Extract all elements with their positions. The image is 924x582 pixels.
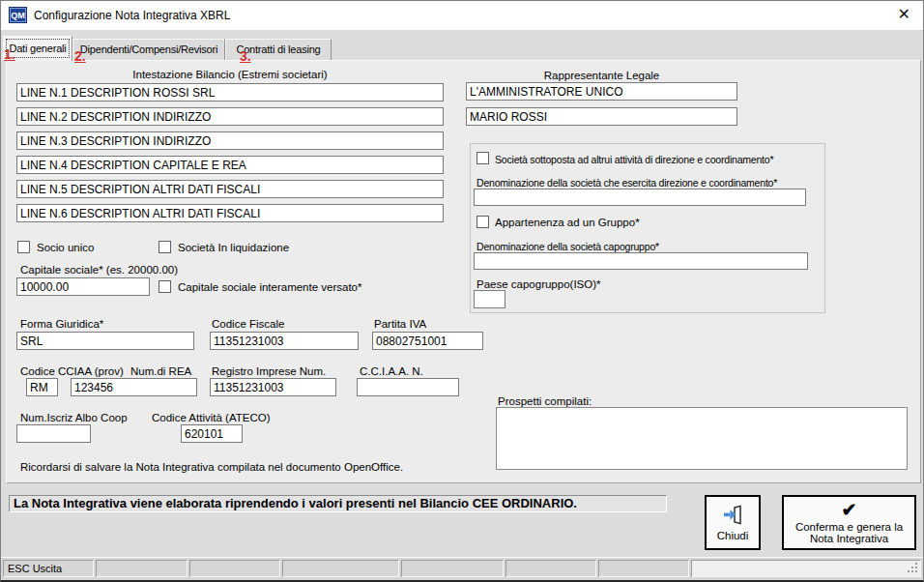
forma-giuridica-input[interactable] bbox=[16, 332, 194, 350]
denominazione-capogruppo-label: Denominazione della società capogruppo* bbox=[476, 241, 659, 252]
info-banner: La Nota Integrativa viene elaborata ripr… bbox=[9, 495, 667, 512]
status-cell-7 bbox=[598, 560, 689, 577]
intestazione-line-5-input[interactable] bbox=[16, 180, 444, 198]
intestazione-line-1-input[interactable] bbox=[16, 83, 444, 102]
societa-in-liquidazione-checkbox[interactable] bbox=[159, 241, 171, 253]
socio-unico-checkbox[interactable] bbox=[17, 241, 30, 253]
intestazione-line-6-input[interactable] bbox=[16, 204, 444, 222]
societa-in-liquidazione-label[interactable]: Società In liquidazione bbox=[178, 242, 289, 253]
status-bar: ESC Uscita bbox=[1, 557, 923, 580]
status-cell-esc: ESC Uscita bbox=[3, 560, 94, 577]
intestazione-bilancio-label: Intestazione Bilancio (Estremi societari… bbox=[16, 69, 444, 80]
partita-iva-input[interactable] bbox=[372, 332, 483, 350]
rappresentante-legale-label: Rappresentante Legale bbox=[466, 70, 737, 81]
denominazione-direzione-label: Denominazione della società che esercita… bbox=[476, 177, 777, 189]
capitale-interamente-versato-label[interactable]: Capitale sociale interamente versato* bbox=[178, 281, 362, 293]
resize-grip[interactable] bbox=[908, 562, 918, 574]
num-rea-label: Num.di REA bbox=[130, 365, 191, 377]
prospetti-compilati-label: Prospetti compilati: bbox=[498, 395, 592, 407]
annotation-1: 1. bbox=[4, 46, 15, 62]
conferma-genera-button[interactable]: ✔ Conferma e genera la Nota Integrativa bbox=[782, 495, 916, 550]
rappresentante-line-1-input[interactable] bbox=[466, 82, 737, 101]
cciaa-n-input[interactable] bbox=[357, 378, 459, 396]
status-cell-3 bbox=[189, 560, 280, 577]
socio-unico-label[interactable]: Socio unico bbox=[37, 242, 94, 253]
status-cell-5 bbox=[401, 560, 504, 577]
ateco-input[interactable] bbox=[181, 424, 243, 443]
window-title: Configurazione Nota Integrativa XBRL bbox=[34, 9, 230, 22]
codice-fiscale-input[interactable] bbox=[210, 332, 359, 350]
forma-giuridica-label: Forma Giuridica* bbox=[20, 318, 103, 330]
direzione-coordinamento-checkbox[interactable] bbox=[476, 152, 489, 164]
appartenenza-gruppo-checkbox[interactable] bbox=[476, 216, 489, 228]
direzione-coordinamento-label[interactable]: Società sottoposta ad altrui attività di… bbox=[495, 154, 773, 165]
tab-dipendenti-compensi-revisori[interactable]: Dipendenti/Compensi/Revisori bbox=[72, 39, 225, 60]
annotation-2: 2. bbox=[74, 48, 86, 64]
denominazione-capogruppo-input[interactable] bbox=[474, 252, 808, 270]
title-bar: QM Configurazione Nota Integrativa XBRL … bbox=[1, 1, 923, 30]
paese-capogruppo-input[interactable] bbox=[474, 290, 505, 308]
status-cell-2 bbox=[96, 560, 188, 577]
capitale-interamente-versato-checkbox[interactable] bbox=[159, 280, 171, 293]
codice-cciaa-input[interactable] bbox=[26, 378, 58, 396]
openoffice-reminder-text: Ricordarsi di salvare la Nota Integrativ… bbox=[20, 461, 403, 473]
codice-cciaa-label: Codice CCIAA (prov) bbox=[20, 365, 124, 377]
status-cell-4 bbox=[282, 560, 399, 577]
partita-iva-label: Partita IVA bbox=[374, 318, 426, 330]
albo-coop-label: Num.Iscriz Albo Coop bbox=[20, 412, 128, 423]
paese-capogruppo-label: Paese capogruppo(ISO)* bbox=[476, 278, 601, 290]
intestazione-line-2-input[interactable] bbox=[16, 107, 444, 126]
conferma-button-label: Conferma e genera la Nota Integrativa bbox=[786, 521, 913, 544]
appartenenza-gruppo-label[interactable]: Appartenenza ad un Gruppo* bbox=[495, 217, 640, 228]
capitale-sociale-label: Capitale sociale* (es. 20000.00) bbox=[20, 264, 178, 276]
codice-fiscale-label: Codice Fiscale bbox=[212, 318, 284, 330]
albo-coop-input[interactable] bbox=[16, 424, 91, 443]
chiudi-button[interactable]: Chiudi bbox=[705, 495, 761, 550]
num-rea-input[interactable] bbox=[71, 378, 197, 396]
dialog-window: QM Configurazione Nota Integrativa XBRL … bbox=[0, 0, 924, 582]
rappresentante-line-2-input[interactable] bbox=[466, 107, 737, 126]
capitale-sociale-input[interactable] bbox=[16, 277, 150, 296]
registro-imprese-label: Registro Imprese Num. bbox=[212, 365, 326, 377]
prospetti-compilati-listbox[interactable] bbox=[496, 407, 908, 470]
status-cell-6 bbox=[505, 560, 596, 577]
status-cell-right bbox=[691, 560, 921, 577]
close-icon[interactable]: ✕ bbox=[898, 6, 910, 23]
denominazione-direzione-input[interactable] bbox=[474, 189, 806, 206]
chiudi-button-label: Chiudi bbox=[717, 530, 749, 541]
registro-imprese-input[interactable] bbox=[210, 378, 336, 396]
intestazione-line-3-input[interactable] bbox=[16, 131, 444, 150]
intestazione-line-4-input[interactable] bbox=[16, 156, 444, 174]
checkmark-icon: ✔ bbox=[842, 502, 857, 519]
tab-page-dati-generali: Intestazione Bilancio (Estremi societari… bbox=[6, 60, 921, 483]
annotation-3: 3. bbox=[240, 48, 251, 64]
ateco-label: Codice Attività (ATECO) bbox=[152, 412, 271, 423]
app-qm-icon: QM bbox=[9, 7, 27, 23]
cciaa-n-label: C.C.I.A.A. N. bbox=[360, 365, 423, 377]
exit-door-icon bbox=[721, 504, 744, 528]
